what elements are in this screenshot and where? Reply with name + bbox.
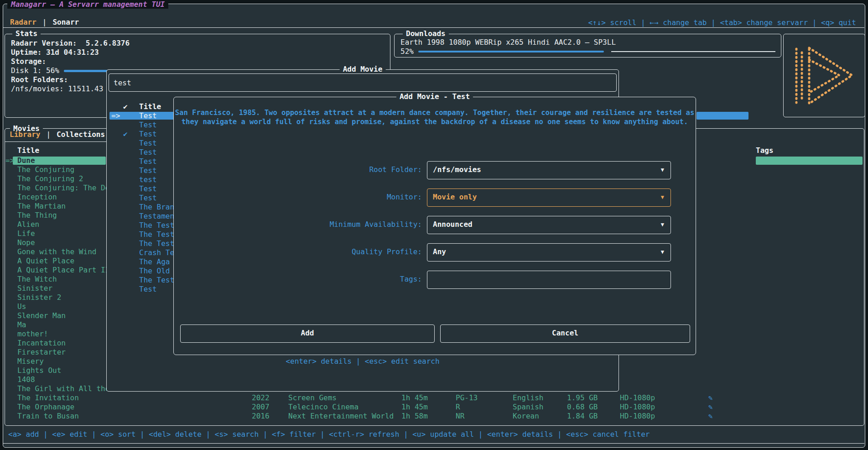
chevron-down-icon: ▼ (661, 162, 664, 178)
library-row[interactable]: A Quiet Place Part II (5, 266, 108, 275)
monitor-label: Monitor: (387, 188, 422, 206)
tab-collections[interactable]: Collections (57, 130, 105, 140)
monitor-dropdown[interactable]: Movie only ▼ (427, 188, 671, 207)
table-row[interactable]: 2016 Next Entertainment World 1h 58m NR … (0, 412, 868, 421)
library-row[interactable]: Alien (5, 220, 108, 229)
footer-keybind-help: <a> add | <e> edit | <o> sort | <del> de… (8, 430, 650, 439)
stat-uptime: Uptime: 31d 04:31:23 (11, 48, 390, 57)
tags-input[interactable] (427, 271, 670, 288)
selection-arrow: => (111, 111, 120, 120)
tags-label: Tags: (400, 271, 422, 288)
tab-sonarr[interactable]: Sonarr (52, 17, 79, 27)
root-folder-label: Root Folder: (369, 161, 422, 178)
edit-pencil-icon[interactable]: ✎ (708, 393, 713, 403)
quality-profile-label: Quality Profile: (352, 243, 422, 261)
library-row[interactable]: The Girl with All the (5, 384, 108, 393)
stat-disk-label: Disk 1: 56% (11, 66, 59, 75)
downloads-panel: Downloads Earth 1998 1080p WEBRip x265 H… (394, 34, 781, 58)
library-row[interactable]: The Conjuring 2 (5, 174, 108, 183)
added-check-icon: ✔ (123, 130, 128, 139)
library-tags-column-header: Tags (756, 146, 774, 155)
tab-library[interactable]: Library (10, 130, 40, 140)
tab-radarr[interactable]: Radarr (10, 17, 36, 27)
add-movie-modal: Add Movie - Test San Francisco, 1985. Tw… (173, 97, 696, 355)
movie-search-input[interactable] (109, 74, 616, 91)
library-title-column-header: Title (17, 146, 39, 155)
library-row[interactable]: Slender Man (5, 311, 108, 320)
minimum-availability-label: Minimum Availability: (330, 216, 422, 233)
download-progress-label: 52% (400, 47, 414, 56)
managarr-logo-icon (788, 39, 861, 112)
chevron-down-icon: ▼ (661, 244, 664, 260)
search-selected-row-highlight-fragment (696, 112, 748, 120)
cancel-button[interactable]: Cancel (440, 324, 690, 343)
chevron-down-icon: ▼ (661, 216, 664, 233)
library-row[interactable]: Life (5, 229, 108, 238)
library-row[interactable]: The Witch (5, 275, 108, 284)
quality-profile-dropdown[interactable]: Any ▼ (427, 243, 671, 262)
selection-arrow: => (5, 156, 14, 165)
library-row[interactable]: Us (5, 302, 108, 311)
downloads-panel-title: Downloads (403, 29, 449, 38)
app-title: Managarr — A Servarr management TUI (7, 0, 168, 9)
logo-panel (783, 34, 865, 117)
library-row[interactable]: Inception (5, 193, 108, 202)
table-row[interactable]: 2007 Telecinco Cinema 1h 45m R Spanish 0… (0, 403, 868, 412)
stat-storage-heading: Storage: (11, 57, 390, 66)
selected-row-tags-cell-highlight (756, 157, 863, 165)
edit-pencil-icon[interactable]: ✎ (708, 412, 713, 421)
library-row[interactable]: The Conjuring (5, 165, 108, 174)
library-row[interactable]: mother! (5, 330, 108, 339)
root-folder-dropdown[interactable]: /nfs/movies ▼ (427, 161, 671, 179)
stats-panel-title: Stats (12, 29, 41, 38)
library-row[interactable]: Misery (5, 357, 108, 366)
library-row[interactable]: 1408 (5, 375, 108, 384)
edit-pencil-icon[interactable]: ✎ (708, 403, 713, 412)
library-row[interactable]: Lights Out (5, 366, 108, 375)
table-row[interactable]: 2022 Screen Gems 1h 45m PG-13 English 1.… (0, 393, 868, 403)
header-keybind-help: <↑↓> scroll | ←→ change tab | <tab> chan… (588, 18, 856, 27)
library-row[interactable]: Ma (5, 320, 108, 330)
library-row[interactable]: The Martian (5, 202, 108, 211)
library-row[interactable]: Nope (5, 238, 108, 247)
library-row[interactable]: Firestarter (5, 348, 108, 357)
library-row[interactable]: Incantation (5, 339, 108, 348)
tags-field[interactable] (427, 271, 671, 289)
add-movie-modal-title: Add Movie - Test (396, 92, 473, 101)
library-row[interactable]: A Quiet Place (5, 256, 108, 266)
library-row[interactable]: Sinister 2 (5, 293, 108, 302)
library-row[interactable]: The Conjuring: The De (5, 183, 108, 193)
minimum-availability-dropdown[interactable]: Announced ▼ (427, 216, 671, 234)
add-movie-overlay-title: Add Movie (340, 65, 386, 74)
chevron-down-icon: ▼ (661, 189, 664, 205)
movies-tab-bar: Library | Collections | (10, 130, 115, 140)
download-progress-bar (418, 48, 775, 55)
tab-separator: | (46, 130, 51, 140)
library-row[interactable]: Gone with the Wind (5, 247, 108, 256)
movie-overview-line2: they navigate a world full of risks and … (174, 117, 696, 126)
movie-overview-line1: San Francisco, 1985. Two opposites attra… (174, 108, 696, 117)
servarr-tab-bar: Radarr | Sonarr (10, 17, 79, 27)
tab-separator: | (42, 17, 47, 27)
add-button[interactable]: Add (180, 324, 435, 343)
overlay-keybind-help: <enter> details | <esc> edit search (107, 357, 619, 366)
check-column-icon: ✔ (123, 102, 128, 111)
library-row[interactable]: Sinister (5, 284, 108, 293)
library-row[interactable]: The Thing (5, 211, 108, 220)
library-row-selected[interactable]: => Dune (5, 156, 108, 165)
stat-version: Radarr Version: 5.2.6.8376 (11, 39, 390, 48)
download-item-title: Earth 1998 1080p WEBRip x265 Hindi AAC2.… (395, 34, 781, 47)
